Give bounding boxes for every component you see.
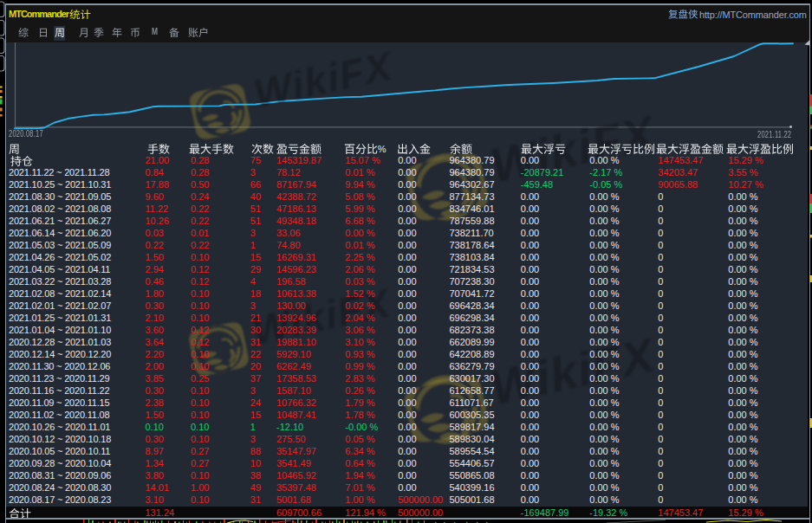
- svg-text:WikiFX: WikiFX: [250, 42, 397, 116]
